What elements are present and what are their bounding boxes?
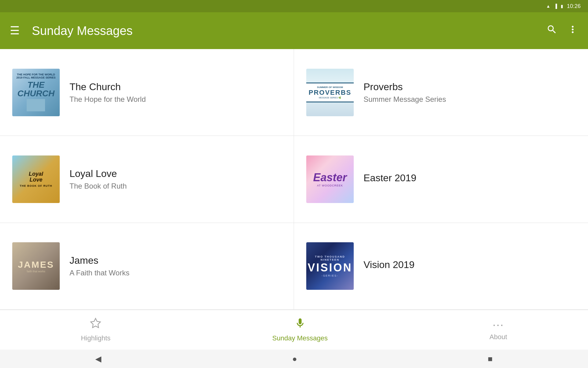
sunday-messages-icon [294,317,306,332]
nav-item-sunday-messages[interactable]: Sunday Messages [254,315,346,345]
battery-icon [561,3,563,9]
search-icon[interactable] [546,24,557,37]
item-subtitle: A Faith that Works [70,269,281,277]
thumbnail-easter-2019: Easter AT WOODCREEK [306,155,354,203]
nav-label-highlights: Highlights [81,334,111,342]
item-title: Proverbs [364,81,576,93]
status-time: 10:26 [567,3,581,10]
main-content: THE HOPE FOR THE WORLD2019 FALL MESSAGE … [0,49,588,310]
more-options-icon[interactable] [567,24,578,37]
svg-marker-0 [91,318,101,328]
highlights-icon [90,317,101,332]
thumbnail-proverbs: SUMMER OF WISDOM PROVERBS MESSAGE SERIES… [306,69,354,116]
list-item[interactable]: TWO THOUSAND NINETEEN VISION -SERIES- Vi… [294,223,588,310]
item-text-loyal-love: Loyal Love The Book of Ruth [70,168,281,190]
bottom-nav: Highlights Sunday Messages ··· About [0,310,588,350]
thumbnail-the-church: THE HOPE FOR THE WORLD2019 FALL MESSAGE … [12,69,60,116]
wifi-icon [546,3,550,9]
about-icon: ··· [492,319,504,331]
app-bar-left: ☰ Sunday Messages [10,24,133,38]
item-text-easter-2019: Easter 2019 [364,172,576,186]
status-bar: 10:26 [0,0,588,12]
nav-label-sunday-messages: Sunday Messages [272,334,328,342]
nav-item-about[interactable]: ··· About [471,316,526,343]
back-button[interactable]: ◀ [95,354,101,364]
recent-button[interactable]: ■ [488,354,493,364]
item-text-vision-2019: Vision 2019 [364,259,576,273]
app-title: Sunday Messages [32,24,133,38]
sys-nav: ◀ ● ■ [0,350,588,368]
item-text-james: James A Faith that Works [70,255,281,277]
grid: THE HOPE FOR THE WORLD2019 FALL MESSAGE … [0,49,588,310]
app-bar-right [546,24,578,37]
list-item[interactable]: SUMMER OF WISDOM PROVERBS MESSAGE SERIES… [294,49,588,136]
item-subtitle: Summer Message Series [364,95,576,104]
item-text-proverbs: Proverbs Summer Message Series [364,81,576,104]
hamburger-icon[interactable]: ☰ [10,24,20,37]
item-subtitle: The Hope for the World [70,95,281,104]
list-item[interactable]: Easter AT WOODCREEK Easter 2019 [294,136,588,223]
list-item[interactable]: THE HOPE FOR THE WORLD2019 FALL MESSAGE … [0,49,294,136]
thumbnail-james: JAMES faith that works [12,242,60,290]
signal-icon [554,3,557,9]
item-title: The Church [70,81,281,93]
nav-item-highlights[interactable]: Highlights [62,315,129,345]
item-subtitle: The Book of Ruth [70,182,281,190]
item-title: James [70,255,281,266]
item-text-the-church: The Church The Hope for the World [70,81,281,104]
home-button[interactable]: ● [292,354,297,364]
list-item[interactable]: JAMES faith that works James A Faith tha… [0,223,294,310]
item-title: Easter 2019 [364,172,576,184]
thumbnail-loyal-love: LoyalLove THE BOOK OF RUTH [12,155,60,203]
thumbnail-vision-2019: TWO THOUSAND NINETEEN VISION -SERIES- [306,242,354,290]
list-item[interactable]: LoyalLove THE BOOK OF RUTH Loyal Love Th… [0,136,294,223]
item-title: Vision 2019 [364,259,576,270]
nav-label-about: About [489,333,507,341]
item-title: Loyal Love [70,168,281,179]
app-bar: ☰ Sunday Messages [0,12,588,49]
